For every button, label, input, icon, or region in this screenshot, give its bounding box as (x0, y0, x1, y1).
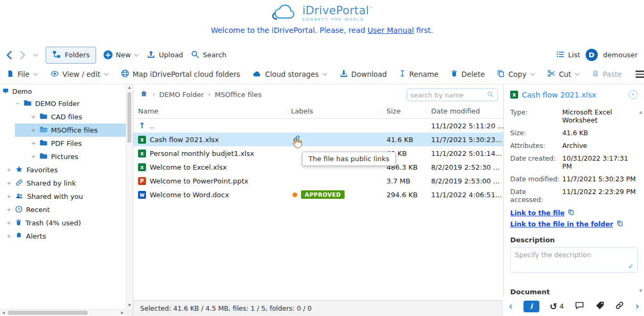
chevron-down-icon (322, 73, 328, 76)
delete-button[interactable]: Delete (450, 69, 485, 80)
tree-toggle[interactable]: − (15, 101, 20, 107)
links-tab-icon[interactable] (615, 301, 624, 312)
table-row-cash-flow[interactable]: xCash flow 2021.xlsx 41.6 KB 11/7/2021 5… (133, 133, 503, 146)
scroll-left-arrow[interactable]: ◀ (0, 310, 7, 316)
device-icon (2, 87, 9, 96)
table-row-welcome-word[interactable]: wWelcome to Word.docx APPROVED 294.6 KB … (133, 188, 503, 201)
globe-icon (121, 69, 130, 80)
scrollbar-thumb[interactable] (127, 92, 131, 143)
folders-button[interactable]: Folders (46, 47, 96, 64)
map-cloud-folders-button[interactable]: Map iDrivePortal cloud folders (121, 69, 241, 80)
scroll-right-arrow[interactable]: ▶ (119, 310, 126, 316)
logo-tagline: CONNECT THE WORLD (302, 17, 373, 22)
history-tab-icon[interactable]: ↺ 4 (549, 301, 564, 312)
tree-toggle[interactable]: + (6, 194, 12, 199)
history-dropdown-icon[interactable] (33, 54, 38, 57)
home-icon[interactable] (140, 90, 148, 99)
download-button[interactable]: Download (339, 69, 387, 80)
username[interactable]: demouser (603, 51, 638, 59)
user-manual-link[interactable]: User Manual (367, 26, 414, 34)
paste-button[interactable]: Paste (591, 69, 622, 80)
copy-link-icon[interactable] (616, 220, 623, 229)
panel-scroll-up-arrow[interactable]: ▲ (639, 110, 642, 115)
copy-button[interactable]: Copy (496, 69, 535, 80)
back-button[interactable] (6, 50, 12, 60)
description-input[interactable] (510, 247, 638, 273)
link-icon (15, 179, 23, 188)
file-menu[interactable]: File (6, 69, 38, 80)
tree-toggle[interactable]: + (6, 180, 12, 186)
new-button[interactable]: + New (104, 50, 139, 59)
app-window: iDrivePortal™ CONNECT THE WORLD Welcome … (0, 0, 644, 316)
search-input[interactable] (410, 91, 487, 99)
folders-label: Folders (65, 51, 90, 59)
breadcrumb-item-demo-folder[interactable]: DEMO Folder (159, 91, 204, 99)
tree-toggle[interactable]: + (6, 207, 12, 213)
public-links-tooltip: The file has public links (302, 152, 396, 166)
column-header-labels[interactable]: Labels (286, 107, 382, 116)
scroll-up-arrow[interactable]: ▲ (126, 84, 133, 91)
view-edit-menu[interactable]: View / edit (50, 69, 109, 80)
sidebar-item-pictures[interactable]: + Pictures (0, 150, 126, 163)
copy-link-icon[interactable] (568, 208, 574, 217)
tree-toggle[interactable]: + (31, 141, 36, 146)
excel-file-icon: x (510, 91, 518, 99)
status-bar: Selected: 41.6 KB / 4.5 MB, files: 1 / 5… (133, 300, 503, 316)
link-to-file[interactable]: Link to the file (510, 209, 564, 217)
welcome-message: Welcome to the iDrivePortal. Please, rea… (0, 26, 644, 34)
info-tab-icon[interactable]: i (523, 301, 539, 312)
column-header-size[interactable]: Size (382, 107, 426, 116)
tree-toggle[interactable]: + (31, 154, 36, 160)
sidebar-item-shared-by-link[interactable]: + Shared by link (0, 177, 126, 190)
property-label: Type: (510, 108, 560, 124)
tree-toggle[interactable]: + (31, 114, 36, 120)
search-icon (191, 50, 200, 60)
column-header-name[interactable]: Name (133, 107, 286, 116)
file-links: Link to the file Link to the file in the… (510, 208, 638, 229)
sidebar-item-demo-folder[interactable]: − DEMO Folder (0, 97, 126, 110)
hamburger-menu-icon[interactable] (633, 68, 644, 80)
labels-tab-icon[interactable] (595, 301, 605, 312)
forward-button[interactable] (20, 50, 25, 60)
panel-next-icon[interactable]: › (635, 301, 639, 311)
details-expand-icon[interactable]: › (629, 90, 638, 99)
column-header-date-modified[interactable]: Date modified (426, 107, 503, 116)
sidebar-item-trash[interactable]: + Trash (4% used) (0, 216, 126, 230)
tree-root-demo[interactable]: Demo (0, 86, 126, 97)
cut-button[interactable]: Cut (547, 69, 580, 80)
sidebar-item-favorites[interactable]: + Favorites (0, 163, 126, 177)
breadcrumb-item-msoffice-files[interactable]: MSOffice files (215, 91, 262, 99)
save-description-check-icon[interactable]: ✓ (628, 262, 634, 270)
table-row-parent-dir[interactable]: ↑.. 11/1/2022 5:11:20 ... (133, 119, 503, 133)
chevron-down-icon (574, 73, 580, 76)
sidebar-item-shared-with-you[interactable]: + Shared with you (0, 190, 126, 203)
tree-toggle[interactable]: + (6, 233, 12, 239)
scissors-icon (547, 69, 556, 80)
sidebar-item-alerts[interactable]: + Alerts (0, 230, 126, 243)
list-view-button[interactable]: List (556, 50, 580, 60)
link-to-file-in-folder[interactable]: Link to the file in the folder (510, 220, 613, 228)
search-field-icon[interactable] (487, 91, 494, 100)
sidebar-item-pdf-files[interactable]: + PDF Files (0, 137, 126, 150)
upload-button[interactable]: Upload (147, 50, 183, 60)
table-row-welcome-powerpoint[interactable]: PWelcome to PowerPoint.pptx 3.7 MB 8/2/2… (133, 174, 503, 188)
avatar[interactable]: D (586, 49, 598, 61)
chevron-down-icon (134, 54, 139, 57)
tree-toggle[interactable]: + (31, 127, 36, 133)
panel-prev-icon[interactable]: ‹ (509, 301, 513, 311)
sidebar-item-recent[interactable]: + Recent (0, 203, 126, 216)
tree-toggle[interactable]: + (6, 167, 12, 173)
folders-tree-icon (52, 50, 61, 60)
scroll-down-arrow[interactable]: ▼ (126, 302, 133, 309)
sidebar-item-cad-files[interactable]: + CAD files (0, 110, 126, 124)
panel-scroll-down-arrow[interactable]: ▼ (639, 288, 642, 293)
cloud-storages-menu[interactable]: Cloud storages (252, 69, 327, 79)
rename-button[interactable]: Rename (399, 69, 439, 80)
sidebar-item-msoffice-files[interactable]: + MSOffice files (0, 124, 126, 137)
search-button[interactable]: Search (191, 50, 227, 60)
folder-icon (39, 139, 48, 148)
comments-tab-icon[interactable] (574, 301, 585, 312)
scrollbar-thumb[interactable] (8, 311, 88, 315)
details-file-name: Cash flow 2021.xlsx (522, 91, 625, 99)
tree-toggle[interactable]: + (6, 220, 12, 226)
